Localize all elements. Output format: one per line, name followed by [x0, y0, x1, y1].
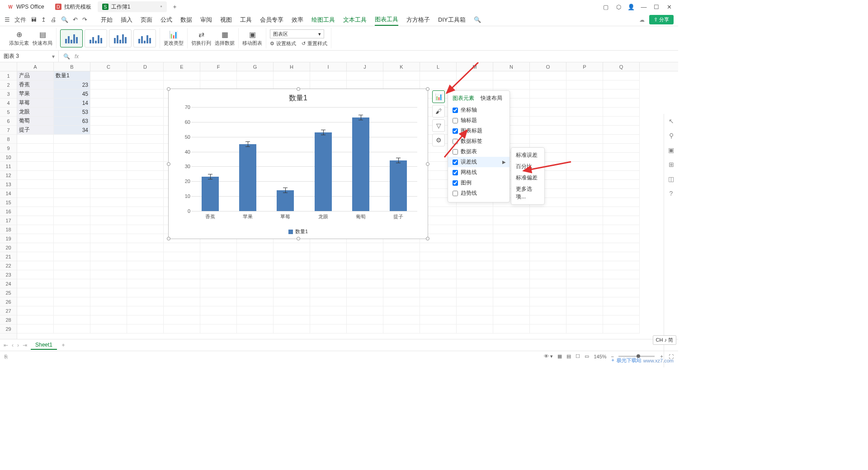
chart-element-option[interactable]: 趋势线: [448, 188, 509, 198]
add-sheet-button[interactable]: ＋: [61, 341, 66, 349]
row-header[interactable]: 29: [0, 324, 17, 334]
row-header[interactable]: 5: [0, 108, 17, 117]
cell[interactable]: [274, 315, 310, 324]
cell[interactable]: [237, 297, 274, 306]
cell[interactable]: [347, 324, 383, 334]
cell[interactable]: [457, 315, 493, 324]
zoom-fx-icon[interactable]: 🔍: [63, 53, 70, 60]
cell[interactable]: [274, 243, 310, 252]
cell[interactable]: [17, 243, 54, 252]
cell[interactable]: [347, 80, 383, 89]
cell[interactable]: [566, 252, 603, 261]
cell[interactable]: [530, 234, 566, 243]
row-header[interactable]: 7: [0, 126, 17, 135]
cell[interactable]: [17, 270, 54, 279]
cell[interactable]: [566, 89, 603, 99]
cell[interactable]: [603, 207, 640, 216]
cell[interactable]: [457, 243, 493, 252]
cell[interactable]: [164, 261, 200, 270]
cell[interactable]: [17, 144, 54, 153]
sheet-last-icon[interactable]: ⇥: [23, 342, 27, 348]
cell[interactable]: [603, 135, 640, 144]
cell[interactable]: [566, 297, 603, 306]
search-icon[interactable]: 🔍: [474, 15, 481, 24]
cell[interactable]: [90, 80, 127, 89]
set-format-button[interactable]: ⚙ 设置格式: [270, 40, 296, 47]
sheet-first-icon[interactable]: ⇤: [4, 342, 8, 348]
cell[interactable]: [603, 324, 640, 334]
cell[interactable]: [566, 144, 603, 153]
cell[interactable]: [383, 315, 420, 324]
cell[interactable]: [90, 270, 127, 279]
chart-object[interactable]: 数量1 010203040506070 香蕉苹果草莓龙眼葡萄提子 数量1: [168, 89, 428, 239]
cell[interactable]: [310, 306, 347, 315]
components-icon[interactable]: ◫: [668, 175, 674, 183]
cell[interactable]: [347, 279, 383, 288]
row-header[interactable]: 15: [0, 198, 17, 207]
cell[interactable]: [603, 108, 640, 117]
cell[interactable]: [493, 279, 530, 288]
cell[interactable]: [310, 315, 347, 324]
cell[interactable]: [603, 153, 640, 162]
row-header[interactable]: 14: [0, 189, 17, 198]
cell[interactable]: [90, 243, 127, 252]
adjust-icon[interactable]: ⚲: [669, 132, 674, 139]
col-header[interactable]: L: [420, 62, 457, 71]
submenu-more-options[interactable]: 更多选项...: [511, 183, 544, 202]
cell[interactable]: [457, 216, 493, 225]
tab-docer[interactable]: D找稻壳模板: [51, 1, 96, 12]
cell[interactable]: [54, 288, 90, 297]
col-header[interactable]: O: [530, 62, 566, 71]
cell[interactable]: [17, 225, 54, 234]
chart-element-option[interactable]: 图例: [448, 178, 509, 188]
cell[interactable]: [566, 126, 603, 135]
cell[interactable]: 23: [54, 80, 90, 89]
row-header[interactable]: 28: [0, 315, 17, 324]
cell[interactable]: [530, 306, 566, 315]
sheet-tab-sheet1[interactable]: Sheet1: [31, 341, 57, 350]
cell[interactable]: [90, 252, 127, 261]
cell[interactable]: [274, 324, 310, 334]
cell[interactable]: 提子: [17, 126, 54, 135]
cell[interactable]: [493, 261, 530, 270]
cell[interactable]: [127, 108, 164, 117]
cell[interactable]: [127, 126, 164, 135]
file-menu[interactable]: 文件: [14, 16, 26, 24]
cell[interactable]: [274, 306, 310, 315]
cell[interactable]: [420, 261, 457, 270]
cell[interactable]: [457, 234, 493, 243]
share-button[interactable]: ⇪ 分享: [649, 15, 674, 24]
row-header[interactable]: 24: [0, 279, 17, 288]
cell[interactable]: [457, 297, 493, 306]
row-header[interactable]: 18: [0, 225, 17, 234]
cell[interactable]: [347, 315, 383, 324]
cell[interactable]: [237, 270, 274, 279]
avatar-icon[interactable]: 👤: [625, 1, 637, 12]
cell[interactable]: [200, 324, 237, 334]
cell[interactable]: [530, 270, 566, 279]
cell[interactable]: [127, 324, 164, 334]
cell[interactable]: [17, 171, 54, 180]
cell[interactable]: [383, 261, 420, 270]
quick-layout-button[interactable]: ▤快速布局: [33, 30, 52, 47]
row-header[interactable]: 12: [0, 171, 17, 180]
cell[interactable]: [566, 243, 603, 252]
row-header[interactable]: 4: [0, 99, 17, 108]
cell[interactable]: [566, 234, 603, 243]
cell[interactable]: [164, 297, 200, 306]
cell[interactable]: [164, 306, 200, 315]
chart-bar[interactable]: [277, 190, 294, 211]
cell[interactable]: [420, 306, 457, 315]
row-header[interactable]: 27: [0, 306, 17, 315]
cell[interactable]: [603, 261, 640, 270]
cell[interactable]: [420, 270, 457, 279]
cell[interactable]: [237, 306, 274, 315]
cell[interactable]: [127, 243, 164, 252]
status-mode-icon[interactable]: ⎘: [5, 354, 8, 359]
cell[interactable]: [127, 135, 164, 144]
cell[interactable]: [90, 126, 127, 135]
chart-area-combo[interactable]: 图表区▾: [270, 29, 324, 38]
cell[interactable]: [90, 207, 127, 216]
col-header[interactable]: K: [383, 62, 420, 71]
cell[interactable]: [310, 324, 347, 334]
